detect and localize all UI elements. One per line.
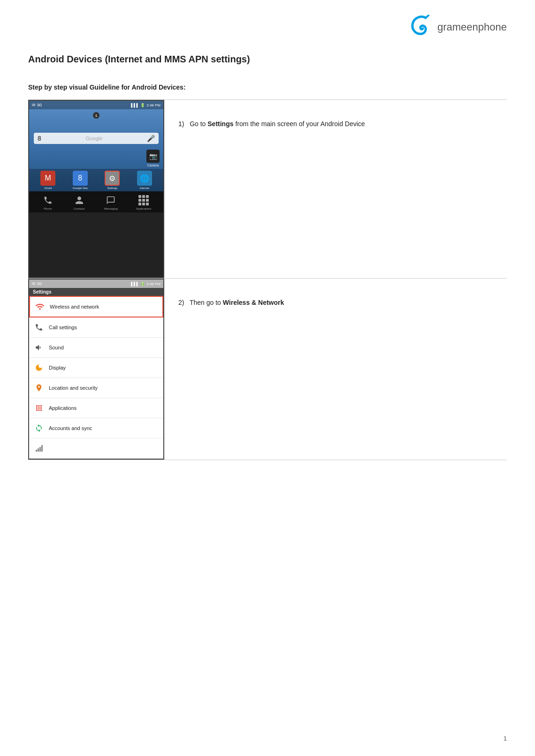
step2-number: 2) — [178, 299, 184, 306]
notification-dot: 1 — [93, 112, 99, 119]
applications-icon — [137, 194, 150, 207]
signal-bars: ▌▌▌ — [131, 103, 139, 107]
status-left-1: ✉ 90 — [32, 103, 42, 107]
logo-text: grameenphone — [437, 21, 507, 33]
signal-bars-2: ▌▌▌ — [131, 282, 139, 286]
settings-item-sync[interactable]: Accounts and sync — [29, 418, 163, 438]
bottom-applications: Applications — [136, 194, 151, 210]
grameenphone-logo-icon — [408, 14, 434, 40]
sound-label: Sound — [49, 345, 64, 350]
phone-mockup-1: ✉ 90 ▌▌▌ 🔋 2:48 PM 1 8 Google 🎤 — [28, 100, 164, 278]
dock-item-contacts: 8 Google Sea — [73, 171, 88, 189]
camera-icon: 📷 — [146, 150, 160, 163]
wireless-label: Wireless and network — [50, 304, 99, 310]
settings-title-bar: Settings — [29, 288, 163, 296]
location-icon — [34, 383, 44, 393]
contacts-icon: 8 — [73, 171, 88, 186]
email-icon-2: ✉ — [32, 281, 36, 286]
settings-icon: ⚙ — [105, 171, 120, 186]
call-label: Call settings — [49, 325, 77, 330]
step2-row: ✉ 90 ▌▌▌ 🔋 2:48 PM Settings — [28, 279, 507, 460]
status-bar-1: ✉ 90 ▌▌▌ 🔋 2:48 PM — [29, 101, 163, 109]
settings-item-sound[interactable]: Sound — [29, 338, 163, 358]
applications-settings-icon — [34, 403, 44, 413]
sound-icon — [34, 342, 44, 353]
camera-icon-wrap: 📷 Camera — [146, 150, 160, 167]
settings-list: Wireless and network Call settings Sound — [29, 296, 163, 459]
settings-item-applications[interactable]: Applications — [29, 398, 163, 418]
step1-bold: Settings — [207, 120, 233, 128]
logo-area: grameenphone — [408, 14, 507, 40]
step1-suffix: from the main screen of your Android Dev… — [234, 120, 365, 128]
location-label: Location and security — [49, 385, 98, 391]
bottom-messaging-label: Messaging — [104, 207, 118, 210]
header: grameenphone — [28, 14, 507, 40]
step1-row: ✉ 90 ▌▌▌ 🔋 2:48 PM 1 8 Google 🎤 — [28, 99, 507, 279]
phone-icon — [41, 194, 54, 207]
wifi-icon — [35, 302, 45, 312]
step1-number: 1) — [178, 120, 184, 128]
phone-screen2: ✉ 90 ▌▌▌ 🔋 2:48 PM Settings — [29, 280, 163, 459]
mic-icon: 🎤 — [147, 135, 155, 142]
call-settings-icon — [34, 322, 44, 333]
contacts-bottom-icon — [73, 194, 86, 207]
signal-number-2: 90 — [37, 281, 42, 286]
step2-prefix: Then go to — [190, 299, 223, 306]
settings-item-location[interactable]: Location and security — [29, 378, 163, 398]
bottom-messaging: Messaging — [104, 194, 118, 210]
dock-label-settings: Settings — [107, 187, 117, 189]
phone-mockup-2: ✉ 90 ▌▌▌ 🔋 2:48 PM Settings — [28, 279, 164, 460]
signal-number: 90 — [37, 103, 42, 107]
apps-grid-icon — [138, 195, 149, 205]
page-number: 1 — [504, 735, 507, 742]
search-bar: 8 Google 🎤 — [34, 133, 159, 144]
search-google-text: Google — [44, 136, 144, 141]
status-left-2: ✉ 90 — [32, 281, 42, 286]
bar-progress-icon — [34, 443, 44, 454]
internet-icon: 🌐 — [137, 171, 152, 186]
page-title: Android Devices (Internet and MMS APN se… — [28, 54, 507, 65]
status-bar-2: ✉ 90 ▌▌▌ 🔋 2:48 PM — [29, 280, 163, 288]
bottom-contacts: Contacts — [73, 194, 86, 210]
settings-title-text: Settings — [33, 289, 51, 295]
phone-apps-middle: 📷 Camera — [29, 148, 163, 169]
bottom-contacts-label: Contacts — [74, 207, 85, 210]
sync-icon — [34, 423, 44, 433]
phone-screen1: ✉ 90 ▌▌▌ 🔋 2:48 PM 1 8 Google 🎤 — [29, 101, 163, 212]
dock-item-internet: 🌐 Internet — [137, 171, 152, 189]
step2-bold: Wireless & Network — [223, 299, 284, 306]
battery-icon: 🔋 — [140, 103, 145, 107]
dock-row: M Gmail 8 Google Sea ⚙ Settings 🌐 Intern… — [29, 169, 163, 191]
email-icon: ✉ — [32, 103, 36, 107]
dock-label-internet: Internet — [140, 187, 149, 189]
settings-item-display[interactable]: Display — [29, 358, 163, 378]
settings-item-call[interactable]: Call settings — [29, 318, 163, 338]
display-icon — [34, 363, 44, 373]
settings-item-bar — [29, 438, 163, 459]
dock-label-gmail: Gmail — [44, 187, 52, 189]
status-time-2: 2:48 PM — [146, 282, 160, 286]
step1-prefix: Go to — [190, 120, 207, 128]
dock-item-gmail: M Gmail — [40, 171, 55, 189]
status-right-2: ▌▌▌ 🔋 2:48 PM — [131, 282, 160, 286]
step2-description: 2) Then go to Wireless & Network — [164, 279, 507, 326]
status-time: 2:48 PM — [146, 103, 160, 107]
dock-item-settings: ⚙ Settings — [105, 171, 120, 189]
status-right-1: ▌▌▌ 🔋 2:48 PM — [131, 103, 160, 107]
bottom-phone-label: Phone — [44, 207, 52, 210]
camera-label: Camera — [147, 164, 159, 167]
battery-icon-2: 🔋 — [140, 282, 145, 286]
display-label: Display — [49, 365, 66, 370]
messaging-icon — [104, 194, 117, 207]
bottom-phone: Phone — [41, 194, 54, 210]
gmail-icon: M — [40, 171, 55, 186]
bottom-applications-label: Applications — [136, 207, 151, 210]
step1-description: 1) Go to Settings from the main screen o… — [164, 100, 507, 148]
section-heading: Step by step visual Guideline for Androi… — [28, 83, 507, 91]
settings-item-wireless[interactable]: Wireless and network — [29, 296, 163, 318]
bar-icon — [36, 445, 43, 452]
search-logo-8: 8 — [38, 135, 41, 142]
dock-label-contacts: Google Sea — [73, 187, 88, 189]
bottom-bar-1: Phone Contacts Messaging — [29, 191, 163, 212]
sync-label: Accounts and sync — [49, 425, 92, 431]
